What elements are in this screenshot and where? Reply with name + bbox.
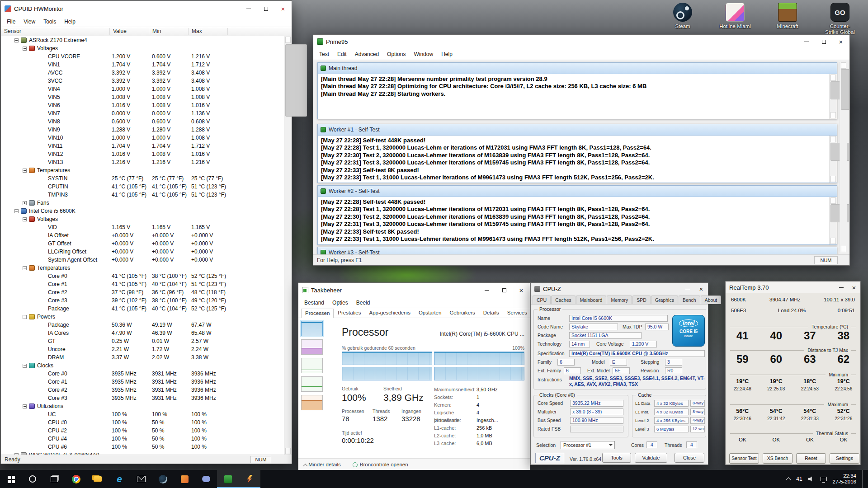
tree-expander-icon[interactable] [23,169,27,173]
table-row[interactable]: ASRock Z170 Extreme4 [1,36,283,44]
close-button[interactable]: × [274,1,292,16]
minimize-button[interactable] [835,282,848,293]
less-details-button[interactable]: Minder details [304,462,341,467]
processor-select[interactable]: Processor #1 [561,441,615,449]
reset-button[interactable]: Reset [796,453,826,464]
table-row[interactable]: GT 0.25 W 0.01 W 2.57 W [1,337,283,345]
tab[interactable]: Details [479,308,503,318]
table-row[interactable]: Utilizations [1,402,283,410]
table-row[interactable]: VIN13 1.216 V 1.216 V 1.216 V [1,158,283,166]
tab[interactable]: Processen [301,309,334,318]
table-row[interactable]: Core #3 39 °C (102 °F) 38 °C (100 °F) 49… [1,296,283,305]
cpu-core-graph[interactable] [342,352,432,365]
desktop-icon[interactable]: Steam [666,3,699,35]
close-button[interactable]: × [848,282,860,293]
table-row[interactable]: Intel Core i5 6600K [1,207,283,215]
tab[interactable]: CPU [533,296,551,304]
sidebar-graph-thumbnail[interactable] [301,395,323,410]
scroll-up-arrow[interactable] [830,75,836,81]
menu-item[interactable]: Bestand [300,298,328,307]
tab[interactable]: Opstarten [415,308,446,318]
table-row[interactable]: Temperatures [1,166,283,174]
taskbar-button[interactable] [152,470,174,488]
scroll-up-arrow[interactable] [841,62,846,69]
tree-expander-icon[interactable] [23,201,27,205]
tab[interactable]: Caches [551,296,576,304]
table-row[interactable]: IA Cores 47.90 W 46.39 W 65.48 W [1,329,283,337]
main-thread-titlebar[interactable]: Main thread [318,63,837,74]
menu-item[interactable]: Opties [328,298,352,307]
table-row[interactable]: CPUTIN 41 °C (105 °F) 41 °C (105 °F) 51 … [1,183,283,191]
table-row[interactable]: SYSTIN 25 °C (77 °F) 25 °C (77 °F) 25 °C… [1,174,283,183]
tree-expander-icon[interactable] [14,38,19,42]
table-row[interactable]: VIN8 0.600 V 0.600 V 0.608 V [1,117,283,126]
scroll-up-arrow[interactable] [830,197,836,204]
column-min[interactable]: Min [149,28,189,35]
table-row[interactable]: VIN5 1.008 V 1.008 V 1.008 V [1,93,283,101]
tools-button[interactable]: Tools [602,453,631,463]
tab[interactable]: Gebruikers [445,308,479,318]
tab[interactable]: About [701,296,721,304]
xs-bench-button[interactable]: XS Bench [763,453,793,464]
scroll-down-arrow[interactable] [285,448,291,454]
minimize-button[interactable] [798,35,815,48]
mdi-vertical-scrollbar[interactable] [840,62,847,253]
table-row[interactable]: VIN10 1.000 V 1.000 V 1.008 V [1,134,283,142]
table-row[interactable]: UC 100 % 100 % 100 % [1,410,283,418]
taskbar-button[interactable] [87,470,108,488]
close-button[interactable]: × [832,35,849,48]
table-row[interactable]: Voltages [1,215,283,223]
table-row[interactable]: Core #1 3935 MHz 3931 MHz 3936 MHz [1,378,283,386]
show-desktop-button[interactable] [862,470,864,488]
sensor-test-button[interactable]: Sensor Test [729,453,759,464]
menu-item[interactable]: View [19,17,39,26]
taskmanager-titlebar[interactable]: Taakbeheer × [298,283,530,297]
desktop-icon[interactable]: Counter-Strike Global Offensive [824,3,856,35]
scroll-down-arrow[interactable] [830,238,836,244]
menu-item[interactable]: Edit [333,50,351,59]
taskbar-button[interactable] [108,470,130,488]
table-row[interactable]: VIN12 1.016 V 1.008 V 1.016 V [1,150,283,158]
column-value[interactable]: Value [110,28,149,35]
table-row[interactable]: Powers [1,313,283,321]
table-row[interactable]: VIN7 0.000 V 0.000 V 1.136 V [1,109,283,117]
table-header[interactable]: Sensor Value Min Max [1,27,292,36]
tree-expander-icon[interactable] [23,47,27,51]
worker2-titlebar[interactable]: Worker #2 - Self-Test [318,186,837,197]
table-row[interactable]: VIN9 1.288 V 1.280 V 1.288 V [1,126,283,134]
table-row[interactable]: VIN6 1.016 V 1.008 V 1.016 V [1,101,283,109]
hwmonitor-titlebar[interactable]: CPUID HWMonitor × [1,1,292,16]
scrollbar-thumb[interactable] [841,69,849,110]
cpu-core-graph[interactable] [434,367,524,380]
minimize-button[interactable] [240,1,257,16]
validate-button[interactable]: Validate [635,453,667,463]
worker3-titlebar[interactable]: Worker #3 - Self-Test [318,247,837,254]
sidebar-graph-thumbnail[interactable] [301,358,323,373]
taskbar-button[interactable] [0,470,22,488]
taskbar-button[interactable] [65,470,87,488]
table-row[interactable]: WDC WD10EZEX-00WN4A0 [1,451,283,455]
realtemp-titlebar[interactable]: RealTemp 3.70 × [726,282,860,293]
column-sensor[interactable]: Sensor [1,28,110,35]
table-row[interactable]: VIN1 1.704 V 1.704 V 1.712 V [1,61,283,69]
table-row[interactable]: CPU #0 100 % 50 % 100 % [1,418,283,427]
table-row[interactable]: System Agent Offset +0.000 V +0.000 V +0… [1,256,283,264]
worker1-window[interactable]: Worker #1 - Self-Test [May 27 22:28] Sel… [317,124,837,183]
table-row[interactable]: DRAM 3.37 W 2.02 W 3.38 W [1,353,283,361]
menu-item[interactable]: Help [60,17,80,26]
taskbar-button[interactable] [217,470,239,488]
taskbar-button[interactable] [195,470,217,488]
table-row[interactable]: Uncore 2.21 W 1.72 W 2.24 W [1,345,283,353]
table-row[interactable]: CPU #4 100 % 50 % 100 % [1,435,283,443]
desktop-icon[interactable]: Minecraft [771,3,804,35]
tree-expander-icon[interactable] [14,209,19,213]
vertical-scrollbar[interactable] [829,136,837,183]
menu-item[interactable]: Test [315,50,333,59]
tree-expander-icon[interactable] [23,266,27,270]
table-row[interactable]: Clocks [1,361,283,370]
maximize-button[interactable] [257,1,274,16]
scrollbar-thumb[interactable] [285,44,307,117]
vertical-scrollbar[interactable] [829,74,837,119]
table-row[interactable]: AVCC 3.392 V 3.392 V 3.408 V [1,69,283,77]
worker3-window[interactable]: Worker #3 - Self-Test [317,247,837,254]
